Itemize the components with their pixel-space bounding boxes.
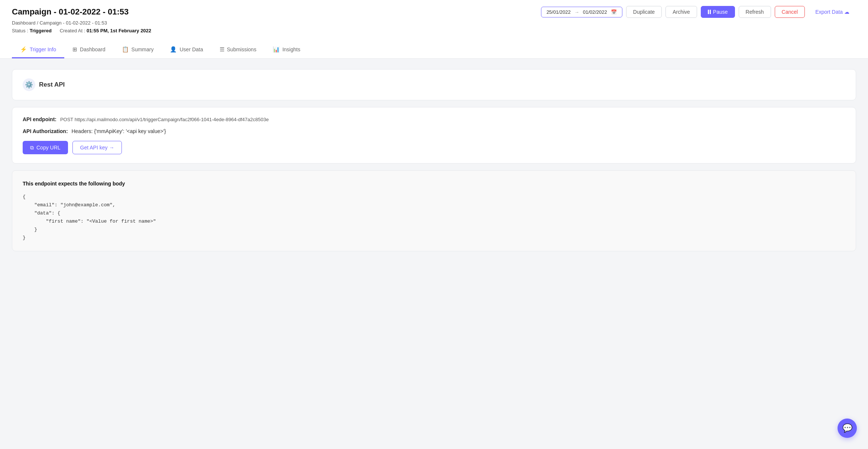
- trigger-info-icon: ⚡: [20, 46, 27, 53]
- tab-submissions[interactable]: ☰ Submissions: [211, 42, 265, 58]
- created-value: 01:55 PM, 1st February 2022: [87, 28, 151, 33]
- campaign-title: Campaign - 01-02-2022 - 01:53: [12, 7, 129, 17]
- api-endpoint-row: API endpoint: POST https://api.mailmodo.…: [23, 116, 845, 122]
- breadcrumb: Dashboard / Campaign - 01-02-2022 - 01:5…: [12, 20, 856, 26]
- date-end: 01/02/2022: [583, 9, 607, 15]
- cancel-button[interactable]: Cancel: [775, 6, 805, 18]
- api-auth-value: Headers: {'mmApiKey': '<api key value>'}: [71, 128, 166, 134]
- rest-api-card: ⚙️ Rest API: [12, 69, 856, 100]
- code-line-1: {: [23, 193, 845, 201]
- rest-api-header: ⚙️ Rest API: [23, 78, 845, 91]
- code-line-4: "first name": "<Value for first name>": [23, 217, 845, 226]
- code-line-3: "data": {: [23, 209, 845, 217]
- api-endpoint-label: API endpoint:: [23, 116, 56, 122]
- duplicate-button[interactable]: Duplicate: [626, 6, 662, 18]
- export-data-button[interactable]: Export Data ☁: [809, 6, 856, 17]
- dashboard-icon: ⊞: [72, 46, 77, 53]
- tab-insights[interactable]: 📊 Insights: [265, 42, 308, 58]
- refresh-button[interactable]: Refresh: [739, 6, 771, 18]
- cloud-icon: ☁: [844, 9, 849, 15]
- tab-summary[interactable]: 📋 Summary: [114, 42, 162, 58]
- date-arrow: →: [574, 9, 579, 15]
- breadcrumb-parent[interactable]: Dashboard: [12, 20, 36, 26]
- tab-insights-label: Insights: [282, 46, 300, 52]
- page-header: Campaign - 01-02-2022 - 01:53 25/01/2022…: [0, 0, 868, 59]
- api-method: POST: [60, 117, 73, 122]
- code-line-5: }: [23, 226, 845, 234]
- tab-submissions-label: Submissions: [227, 46, 256, 52]
- date-start: 25/01/2022: [547, 9, 571, 15]
- tab-summary-label: Summary: [132, 46, 154, 52]
- copy-icon: ⧉: [30, 145, 34, 151]
- archive-button[interactable]: Archive: [665, 6, 697, 18]
- submissions-icon: ☰: [220, 46, 224, 53]
- date-range-picker[interactable]: 25/01/2022 → 01/02/2022 📅: [541, 7, 622, 17]
- created-label: Created At :: [60, 28, 85, 33]
- code-content: { "email": "john@example.com", "data": {…: [23, 193, 845, 242]
- api-buttons: ⧉ Copy URL Get API key →: [23, 141, 845, 154]
- status-label: Status :: [12, 28, 28, 33]
- tab-trigger-info[interactable]: ⚡ Trigger Info: [12, 42, 64, 58]
- tab-dashboard[interactable]: ⊞ Dashboard: [64, 42, 114, 58]
- api-url-text: https://api.mailmodo.com/api/v1/triggerC…: [75, 117, 269, 122]
- header-actions: 25/01/2022 → 01/02/2022 📅 Duplicate Arch…: [541, 6, 856, 18]
- tab-dashboard-label: Dashboard: [80, 46, 106, 52]
- rest-api-icon: ⚙️: [23, 78, 35, 91]
- api-endpoint-value: POST https://api.mailmodo.com/api/v1/tri…: [60, 117, 269, 122]
- code-block: This endpoint expects the following body…: [12, 170, 856, 251]
- tab-bar: ⚡ Trigger Info ⊞ Dashboard 📋 Summary 👤 U…: [12, 42, 856, 58]
- pause-button[interactable]: Pause: [701, 6, 735, 18]
- code-line-6: }: [23, 234, 845, 242]
- api-auth-label: API Authorization:: [23, 128, 68, 134]
- rest-api-title: Rest API: [39, 81, 65, 88]
- calendar-icon: 📅: [611, 9, 617, 15]
- tab-trigger-info-label: Trigger Info: [30, 46, 56, 52]
- pause-icon: [708, 10, 711, 14]
- insights-icon: 📊: [273, 46, 280, 53]
- status-row: Status : Triggered Created At : 01:55 PM…: [12, 28, 856, 39]
- api-details-section: API endpoint: POST https://api.mailmodo.…: [12, 107, 856, 164]
- code-block-title: This endpoint expects the following body: [23, 180, 845, 188]
- code-line-2: "email": "john@example.com",: [23, 201, 845, 209]
- user-data-icon: 👤: [170, 46, 177, 53]
- main-content: ⚙️ Rest API API endpoint: POST https://a…: [0, 59, 868, 262]
- api-auth-row: API Authorization: Headers: {'mmApiKey':…: [23, 128, 845, 134]
- summary-icon: 📋: [122, 46, 129, 53]
- status-value: Triggered: [30, 28, 52, 33]
- header-top-row: Campaign - 01-02-2022 - 01:53 25/01/2022…: [12, 6, 856, 18]
- copy-url-button[interactable]: ⧉ Copy URL: [23, 141, 68, 154]
- breadcrumb-current: Campaign - 01-02-2022 - 01:53: [39, 20, 107, 26]
- tab-user-data-label: User Data: [179, 46, 203, 52]
- tab-user-data[interactable]: 👤 User Data: [162, 42, 211, 58]
- get-api-key-button[interactable]: Get API key →: [72, 141, 122, 154]
